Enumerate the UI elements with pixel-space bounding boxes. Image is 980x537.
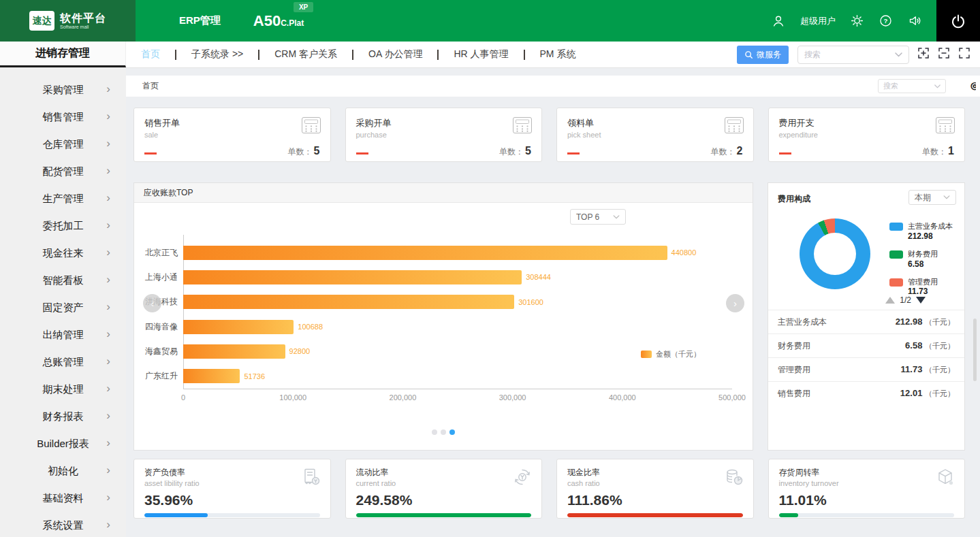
nav-item-2[interactable]: CRM 客户关系 — [259, 48, 352, 61]
summary-card-3[interactable]: 费用开支expenditure单数：1 — [768, 108, 966, 162]
progress-fill — [567, 513, 743, 517]
kpi-card-cash-ratio: 现金比率 cash ratio 111.86% — [556, 459, 754, 519]
chart-title: 应收账款TOP — [134, 183, 753, 203]
x-tick: 300,000 — [499, 393, 526, 402]
pager-down-icon[interactable] — [916, 297, 926, 304]
nav-item-4[interactable]: HR 人事管理 — [439, 48, 523, 61]
clipped-menu-icon[interactable]: ⦾ — [970, 80, 976, 93]
calculator-icon — [301, 116, 321, 137]
sidebar-item-7[interactable]: 智能看板› — [0, 267, 126, 294]
summary-card-0[interactable]: 销售开单sale单数：5 — [133, 108, 331, 162]
sidebar-item-15[interactable]: 基础资料› — [0, 485, 126, 512]
bar[interactable] — [183, 369, 240, 383]
user-icon[interactable] — [771, 14, 786, 29]
bar[interactable] — [183, 295, 514, 309]
invoice-coin-icon — [301, 467, 321, 490]
chevron-right-icon: › — [106, 355, 110, 367]
expense-value: 12.01 （千元） — [900, 388, 955, 399]
logo-title: 软件平台 — [60, 12, 106, 25]
sidebar-item-11[interactable]: 期末处理› — [0, 376, 126, 403]
tab-search-select[interactable]: 搜索 — [878, 79, 946, 93]
sidebar-item-12[interactable]: 财务报表› — [0, 403, 126, 430]
progress-fill — [144, 513, 208, 517]
sidebar-item-2[interactable]: 仓库管理› — [0, 131, 126, 158]
sidebar-item-8[interactable]: 固定资产› — [0, 294, 126, 321]
page-scrollbar[interactable] — [973, 319, 977, 381]
carousel-dot-2[interactable] — [449, 429, 455, 435]
app-header: 速达 软件平台 Software mall ERP管理 A50C.Plat XP… — [0, 0, 980, 42]
bar[interactable] — [183, 320, 294, 334]
chevron-right-icon: › — [106, 301, 110, 312]
bar-category: 海鑫贸易 — [129, 346, 178, 357]
sidebar-item-10[interactable]: 总账管理› — [0, 348, 126, 376]
zoom-in-window-icon[interactable] — [918, 48, 929, 61]
tab-home[interactable]: 首页 — [142, 80, 159, 92]
legend-swatch — [889, 223, 903, 231]
x-tick: 200,000 — [390, 393, 417, 402]
card-subtitle: sale — [144, 131, 320, 139]
period-select[interactable]: 本期 — [908, 190, 956, 205]
sidebar-item-4[interactable]: 生产管理› — [0, 185, 126, 212]
sidebar-item-13[interactable]: Builder报表› — [0, 430, 126, 457]
pager-up-icon[interactable] — [885, 297, 895, 304]
expense-row-3: 销售费用12.01 （千元） — [768, 381, 964, 405]
power-button[interactable] — [936, 0, 980, 42]
expense-row-0: 主营业务成本212.98 （千元） — [768, 310, 964, 333]
pager-text: 1/2 — [900, 295, 911, 305]
refresh-coin-icon — [512, 467, 533, 490]
legend-value: 212.98 — [908, 231, 953, 241]
legend-pager: 1/2 — [885, 295, 926, 305]
card-count: 单数：5 — [499, 145, 531, 158]
speaker-icon[interactable] — [907, 14, 923, 28]
chevron-right-icon: › — [106, 437, 110, 449]
nav-item-1[interactable]: 子系统录 >> — [176, 48, 258, 61]
expense-donut-chart — [800, 218, 870, 289]
kpi-card-current-ratio: 流动比率 current ratio 249.58% — [345, 459, 543, 519]
legend-label: 财务费用 — [908, 250, 938, 259]
red-dash — [144, 152, 157, 154]
bar-category: 四海音像 — [129, 321, 178, 333]
bar[interactable] — [183, 246, 667, 260]
svg-text:?: ? — [884, 17, 888, 25]
summary-card-1[interactable]: 采购开单purchase单数：5 — [345, 108, 543, 162]
sidebar-item-6[interactable]: 现金往来› — [0, 240, 126, 267]
sidebar-item-3[interactable]: 配货管理› — [0, 158, 126, 185]
sidebar-item-1[interactable]: 销售管理› — [0, 103, 126, 131]
carousel-dot-1[interactable] — [441, 429, 446, 435]
x-tick: 400,000 — [609, 393, 636, 402]
sidebar-item-14[interactable]: 初始化› — [0, 457, 126, 485]
nav-search-select[interactable]: 搜索 — [797, 46, 909, 64]
bar-row-2: 洪海科技301600 — [183, 290, 732, 314]
chevron-right-icon: › — [106, 328, 110, 340]
x-tick: 100,000 — [279, 393, 306, 402]
summary-cards-row: 销售开单sale单数：5采购开单purchase单数：5领料单pick shee… — [133, 108, 965, 162]
receivables-chart-panel: 应收账款TOP TOP 6 北京正飞440800上海小通308444洪海科技30… — [133, 182, 753, 451]
coins-pie-icon — [724, 467, 744, 490]
nav-item-5[interactable]: PM 系统 — [525, 48, 591, 61]
sidebar-item-0[interactable]: 采购管理› — [0, 76, 126, 103]
sidebar-item-16[interactable]: 系统设置› — [0, 512, 126, 537]
bar[interactable] — [183, 344, 285, 359]
sidebar-item-9[interactable]: 出纳管理› — [0, 321, 126, 348]
carousel-prev-button[interactable]: ‹ — [143, 294, 161, 312]
carousel-dot-0[interactable] — [432, 429, 437, 435]
module-title[interactable]: 进销存管理 — [0, 42, 126, 67]
nav-item-3[interactable]: OA 办公管理 — [353, 48, 437, 61]
top-n-select[interactable]: TOP 6 — [570, 209, 626, 225]
card-count: 单数：1 — [922, 145, 954, 158]
carousel-next-button[interactable]: › — [726, 294, 744, 312]
current-user[interactable]: 超级用户 — [800, 15, 836, 27]
gear-icon[interactable] — [850, 14, 864, 28]
progress-fill — [779, 513, 798, 517]
help-icon[interactable]: ? — [879, 14, 893, 28]
app-logo: 速达 软件平台 Software mall — [0, 0, 136, 42]
zoom-out-window-icon[interactable] — [938, 48, 949, 61]
microservice-button[interactable]: 微服务 — [737, 46, 789, 64]
chevron-right-icon: › — [106, 246, 110, 258]
nav-item-0[interactable]: 首页 — [126, 48, 175, 61]
card-title: 领料单 — [567, 117, 743, 129]
sidebar-item-5[interactable]: 委托加工› — [0, 212, 126, 240]
summary-card-2[interactable]: 领料单pick sheet单数：2 — [556, 108, 754, 162]
bar[interactable] — [183, 270, 522, 284]
fullscreen-icon[interactable] — [959, 48, 970, 61]
